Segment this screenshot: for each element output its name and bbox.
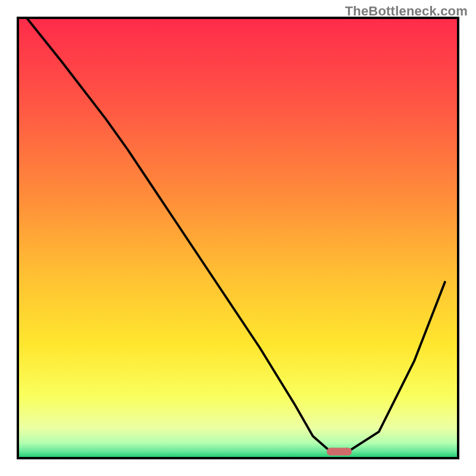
minimum-marker xyxy=(327,447,352,455)
gradient-background xyxy=(18,18,458,458)
plot-area xyxy=(18,18,458,458)
chart-stage: TheBottleneck.com xyxy=(0,0,476,476)
chart-svg xyxy=(0,0,476,476)
watermark-text: TheBottleneck.com xyxy=(345,4,468,19)
